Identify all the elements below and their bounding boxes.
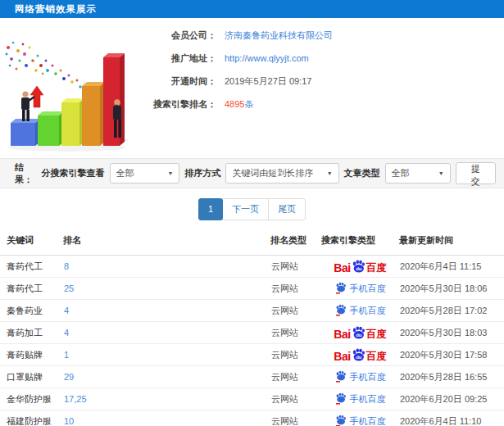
- rank-link[interactable]: 10: [64, 416, 74, 426]
- table-header-row: 关键词 排名 排名类型 搜索引擎类型 最新更新时间: [0, 228, 504, 256]
- chevron-down-icon: ▼: [327, 170, 333, 176]
- keyword-cell: 膏药加工: [0, 322, 63, 344]
- rank-type-cell: 云网站: [270, 278, 321, 300]
- table-row: 膏药加工 4 云网站 Bai du 百度 202: [0, 322, 504, 344]
- chevron-down-icon: ▼: [167, 170, 173, 176]
- table-row: 膏药代工 25 云网站 手机百度 2020年5月30日 18:: [0, 278, 504, 300]
- promo-url-row: 推广地址： http://www.qlyyjt.com: [141, 52, 333, 65]
- engine-cell: 手机百度: [321, 300, 399, 322]
- growth-chart-art: [2, 23, 139, 152]
- article-type-select[interactable]: 全部 ▼: [385, 163, 451, 184]
- engine-cell: Bai du 百度: [321, 256, 399, 278]
- company-row: 会员公司： 济南秦鲁药业科技有限公司: [141, 29, 333, 42]
- company-link[interactable]: 济南秦鲁药业科技有限公司: [225, 29, 333, 42]
- rank-link[interactable]: 25: [64, 283, 74, 293]
- table-row: 口罩贴牌 29 云网站 手机百度 2020年5月28日 16:: [0, 366, 504, 388]
- baidu-logo-text: Bai: [334, 329, 350, 340]
- svg-text:du: du: [356, 354, 362, 359]
- updated-cell: 2020年5月30日 18:03: [399, 322, 504, 344]
- filter-bar: 结果： 分搜索引擎查看 全部 ▼ 排序方式 关键词由短到长排序 ▼ 文章类型 全…: [0, 158, 504, 188]
- rank-type-cell: 云网站: [270, 256, 321, 278]
- title-bar: 网络营销效果展示: [0, 0, 504, 18]
- mobile-baidu-label: 手机百度: [350, 393, 386, 406]
- rank-type-cell: 云网站: [270, 388, 321, 410]
- engine-cell: 手机百度: [321, 366, 399, 388]
- mobile-baidu-label: 手机百度: [350, 415, 386, 426]
- rank-cell: 4: [63, 322, 270, 344]
- bar-green: [38, 111, 64, 146]
- rank-cell: 4: [63, 300, 270, 322]
- mobile-baidu-badge: 手机百度: [335, 304, 386, 318]
- header-rank-type: 排名类型: [270, 228, 321, 256]
- updated-cell: 2020年5月30日 17:58: [399, 344, 504, 366]
- engine-cell: Bai du 百度: [321, 344, 399, 366]
- filter-controls: 分搜索引擎查看 全部 ▼ 排序方式 关键词由短到长排序 ▼ 文章类型 全部 ▼ …: [42, 162, 497, 184]
- baidu-paw-icon: du: [352, 326, 366, 341]
- mobile-baidu-label: 手机百度: [350, 305, 386, 317]
- updated-cell: 2020年5月28日 16:55: [399, 366, 504, 388]
- mobile-baidu-badge: 手机百度: [335, 415, 386, 426]
- rank-type-cell: 云网站: [270, 322, 321, 344]
- submit-button[interactable]: 提交: [456, 162, 496, 184]
- rank-type-cell: 云网站: [270, 344, 321, 366]
- article-type-selected: 全部: [392, 167, 410, 179]
- mobile-baidu-icon: [335, 282, 347, 296]
- bar-orange: [82, 82, 105, 146]
- mobile-baidu-icon: [335, 370, 347, 384]
- mobile-baidu-icon: [335, 392, 347, 406]
- growth-chart-illustration: [2, 23, 139, 152]
- engine-filter-selected: 全部: [116, 167, 134, 179]
- header-updated: 最新更新时间: [399, 228, 504, 256]
- engine-rank-row: 搜索引擎排名： 4895条: [141, 98, 333, 111]
- rank-link[interactable]: 8: [64, 261, 69, 271]
- header-keyword: 关键词: [0, 228, 63, 256]
- open-time-value: 2019年5月27日 09:17: [225, 75, 311, 88]
- updated-cell: 2020年5月30日 18:06: [399, 278, 504, 300]
- member-summary-section: 会员公司： 济南秦鲁药业科技有限公司 推广地址： http://www.qlyy…: [0, 18, 504, 158]
- svg-text:du: du: [356, 332, 362, 337]
- rank-type-cell: 云网站: [270, 300, 321, 322]
- table-row: 秦鲁药业 4 云网站 手机百度 2020年5月28日 17:0: [0, 300, 504, 322]
- rank-cell: 17,25: [63, 388, 270, 410]
- sort-selected: 关键词由短到长排序: [232, 167, 313, 179]
- keyword-cell: 膏药代工: [0, 256, 63, 278]
- rank-link[interactable]: 4: [64, 306, 69, 315]
- rank-link[interactable]: 17,25: [64, 394, 87, 404]
- rank-cell: 8: [63, 256, 270, 278]
- keyword-cell: 金华防护服: [0, 388, 63, 410]
- rank-link[interactable]: 4: [64, 328, 69, 338]
- rank-cell: 29: [63, 366, 270, 388]
- baidu-logo-cn: 百度: [366, 351, 387, 362]
- promo-url-link[interactable]: http://www.qlyyjt.com: [225, 52, 309, 65]
- page-title: 网络营销效果展示: [15, 3, 97, 16]
- updated-cell: 2020年6月4日 11:10: [399, 410, 504, 426]
- keyword-cell: 膏药代工: [0, 278, 63, 300]
- rank-unit-link[interactable]: 条: [244, 99, 253, 109]
- rank-type-cell: 云网站: [270, 410, 321, 426]
- baidu-logo: Bai du 百度: [334, 260, 386, 274]
- keyword-cell: 秦鲁药业: [0, 300, 63, 322]
- mobile-baidu-icon: [335, 304, 347, 318]
- last-page-button[interactable]: 尾页: [268, 198, 306, 220]
- rank-type-cell: 云网站: [270, 366, 321, 388]
- header-rank: 排名: [63, 228, 270, 256]
- page-button-current[interactable]: 1: [198, 198, 223, 220]
- sort-select[interactable]: 关键词由短到长排序 ▼: [225, 163, 338, 184]
- baidu-logo-cn: 百度: [366, 263, 387, 274]
- engine-cell: 手机百度: [321, 278, 399, 300]
- rank-cell: 10: [63, 410, 270, 426]
- engine-filter-select[interactable]: 全部 ▼: [110, 163, 180, 184]
- member-info: 会员公司： 济南秦鲁药业科技有限公司 推广地址： http://www.qlyy…: [141, 29, 333, 121]
- baidu-logo: Bai du 百度: [334, 348, 386, 362]
- engine-cell: Bai du 百度: [321, 322, 399, 344]
- updated-cell: 2020年5月28日 17:02: [399, 300, 504, 322]
- company-label: 会员公司：: [141, 29, 216, 42]
- rank-cell: 25: [63, 278, 270, 300]
- rank-link[interactable]: 1: [64, 350, 69, 360]
- rank-link[interactable]: 29: [64, 372, 74, 382]
- next-page-button[interactable]: 下一页: [222, 198, 269, 220]
- bar-blue: [11, 119, 40, 146]
- baidu-logo: Bai du 百度: [334, 326, 386, 340]
- result-label: 结果：: [15, 161, 42, 186]
- mobile-baidu-label: 手机百度: [350, 283, 386, 295]
